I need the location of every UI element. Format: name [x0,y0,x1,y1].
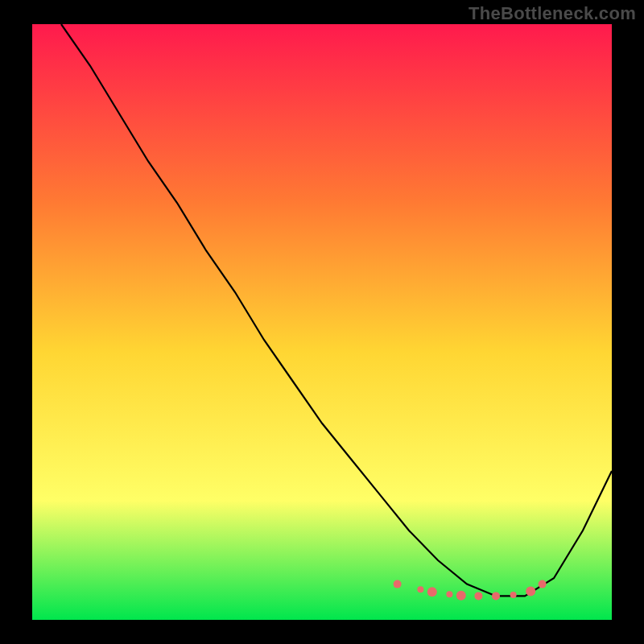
optimal-marker [539,580,547,588]
optimal-marker [510,592,517,598]
plot-area [32,24,612,620]
optimal-marker [474,592,482,600]
optimal-marker [526,587,535,597]
optimal-marker [456,591,466,601]
optimal-marker [417,586,423,592]
chart-container: TheBottleneck.com [0,0,644,644]
optimal-marker [427,587,437,597]
optimal-marker [446,591,452,597]
chart-svg [32,24,612,620]
optimal-marker [492,592,500,600]
optimal-marker [394,580,402,588]
watermark-text: TheBottleneck.com [469,3,636,24]
